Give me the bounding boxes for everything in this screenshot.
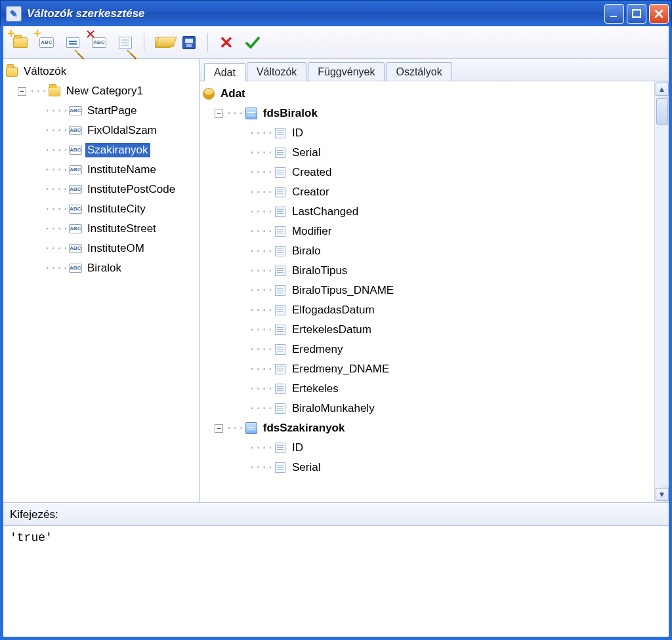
- tree-item-label: InstituteName: [85, 163, 158, 177]
- field-icon: [274, 384, 286, 394]
- save-button[interactable]: [178, 32, 200, 53]
- data-field-label: Eredmeny_DNAME: [290, 362, 391, 376]
- delete-variable-button[interactable]: ABC: [89, 32, 110, 53]
- right-tabs: AdatVáltozókFüggvényekOsztályok: [200, 59, 669, 81]
- data-field-node[interactable]: ····ID: [203, 438, 654, 458]
- tab-adat[interactable]: Adat: [204, 63, 245, 81]
- edit-card-button[interactable]: [62, 32, 83, 53]
- field-icon: [274, 246, 286, 256]
- data-field-node[interactable]: ····Biralo: [203, 241, 654, 261]
- field-icon: [274, 305, 286, 315]
- field-icon: [274, 364, 286, 374]
- tree-variable-item[interactable]: ····ABCInstituteOM: [6, 239, 200, 258]
- data-field-node[interactable]: ····ErtekelesDatum: [203, 320, 654, 340]
- toolbar: ABC ABC ✕: [3, 26, 669, 59]
- delete-icon: [87, 30, 94, 38]
- new-variable-button[interactable]: ABC: [36, 32, 57, 53]
- titlebar: ✎ Változók szerkesztése: [0, 0, 672, 26]
- edit-note-button[interactable]: [115, 32, 136, 53]
- tree-variable-item[interactable]: ····ABCInstitutePostCode: [6, 180, 200, 199]
- data-field-node[interactable]: ····LastChanged: [203, 202, 654, 222]
- data-field-label: ID: [290, 441, 305, 455]
- save-icon: [182, 36, 196, 49]
- toolbar-separator: [144, 33, 144, 52]
- cancel-button[interactable]: ✕: [216, 32, 237, 53]
- field-icon: [274, 148, 286, 158]
- tree-variable-item[interactable]: ····ABCStartPage: [6, 101, 200, 121]
- data-field-label: LastChanged: [290, 205, 360, 219]
- abc-icon: ABC: [39, 37, 54, 48]
- variables-tree-pane: Változók−···New Category1····ABCStartPag…: [3, 59, 200, 502]
- x-icon: ✕: [219, 34, 234, 51]
- abc-icon: ABC: [70, 244, 81, 253]
- card-icon: [66, 37, 79, 48]
- data-field-node[interactable]: ····BiraloMunkahely: [203, 399, 654, 418]
- scroll-down-button[interactable]: ▼: [656, 488, 669, 501]
- data-field-label: Modifier: [290, 224, 333, 239]
- app-icon: ✎: [6, 6, 22, 22]
- expression-editor[interactable]: 'true': [3, 525, 669, 637]
- tree-category[interactable]: −···New Category1: [6, 81, 200, 101]
- tree-root[interactable]: Változók: [6, 62, 200, 81]
- tab-osztályok[interactable]: Osztályok: [386, 62, 452, 81]
- data-field-node[interactable]: ····Creator: [203, 182, 654, 202]
- data-field-label: BiraloTipus: [290, 264, 349, 278]
- data-field-label: Eredmeny: [290, 342, 345, 357]
- collapse-icon[interactable]: −: [215, 424, 223, 433]
- data-table-node[interactable]: −···fdsBiralok: [203, 104, 654, 123]
- data-field-node[interactable]: ····Eredmeny_DNAME: [203, 359, 654, 379]
- data-field-node[interactable]: ····Modifier: [203, 222, 654, 241]
- data-field-label: ElfogadasDatum: [290, 303, 377, 317]
- open-button[interactable]: [152, 32, 173, 53]
- data-tree: Adat−···fdsBiralok····ID····Serial····Cr…: [200, 81, 654, 502]
- folder-icon: [6, 67, 18, 77]
- scroll-up-button[interactable]: ▲: [656, 83, 669, 96]
- collapse-icon[interactable]: −: [18, 87, 26, 96]
- new-category-button[interactable]: [10, 32, 31, 53]
- data-field-node[interactable]: ····BiraloTipus: [203, 261, 654, 281]
- data-field-node[interactable]: ····ID: [203, 123, 654, 143]
- data-field-node[interactable]: ····Created: [203, 163, 654, 182]
- abc-icon: ABC: [70, 126, 81, 135]
- scrollbar[interactable]: ▲ ▼: [654, 81, 669, 502]
- data-field-label: BiraloTipus_DNAME: [290, 283, 396, 298]
- tree-variable-item[interactable]: ····ABCBiralok: [6, 258, 200, 278]
- data-field-node[interactable]: ····Serial: [203, 143, 654, 163]
- minimize-button[interactable]: [604, 4, 624, 24]
- data-field-node[interactable]: ····Ertekeles: [203, 379, 654, 399]
- abc-icon: ABC: [70, 165, 81, 174]
- tree-variable-item[interactable]: ····ABCInstituteName: [6, 160, 200, 180]
- tree-variable-item[interactable]: ····ABCInstituteCity: [6, 199, 200, 219]
- tree-item-label: InstitutePostCode: [85, 182, 177, 197]
- database-icon: [203, 88, 215, 100]
- field-icon: [274, 266, 286, 276]
- scroll-track[interactable]: [656, 98, 668, 485]
- abc-icon: ABC: [70, 264, 81, 273]
- collapse-icon[interactable]: −: [215, 110, 223, 118]
- scroll-thumb[interactable]: [656, 98, 668, 125]
- data-field-label: ID: [290, 126, 305, 140]
- data-field-node[interactable]: ····ElfogadasDatum: [203, 300, 654, 320]
- data-root[interactable]: Adat: [203, 84, 654, 104]
- data-field-node[interactable]: ····BiraloTipus_DNAME: [203, 281, 654, 300]
- tree-variable-item[interactable]: ····ABCSzakiranyok: [6, 140, 200, 160]
- data-table-node[interactable]: −···fdsSzakiranyok: [203, 418, 654, 438]
- tab-függvények[interactable]: Függvények: [308, 62, 385, 81]
- tab-változók[interactable]: Változók: [247, 62, 306, 81]
- folder-icon: [49, 87, 60, 96]
- data-field-node[interactable]: ····Serial: [203, 458, 654, 477]
- ok-button[interactable]: [242, 32, 263, 53]
- field-icon: [274, 207, 286, 217]
- tree-variable-item[interactable]: ····ABCFixOldalSzam: [6, 121, 200, 140]
- table-icon: [245, 422, 257, 434]
- tree-variable-item[interactable]: ····ABCInstituteStreet: [6, 219, 200, 239]
- data-field-node[interactable]: ····Eredmeny: [203, 340, 654, 359]
- tree-item-label: Biralok: [85, 261, 123, 275]
- field-icon: [274, 325, 286, 335]
- abc-icon: ABC: [92, 37, 106, 48]
- maximize-button[interactable]: [627, 4, 646, 24]
- tree-item-label: InstituteOM: [85, 241, 146, 256]
- tree-item-label: Szakiranyok: [85, 143, 150, 157]
- tree-item-label: FixOldalSzam: [85, 123, 159, 138]
- close-button[interactable]: [649, 4, 669, 24]
